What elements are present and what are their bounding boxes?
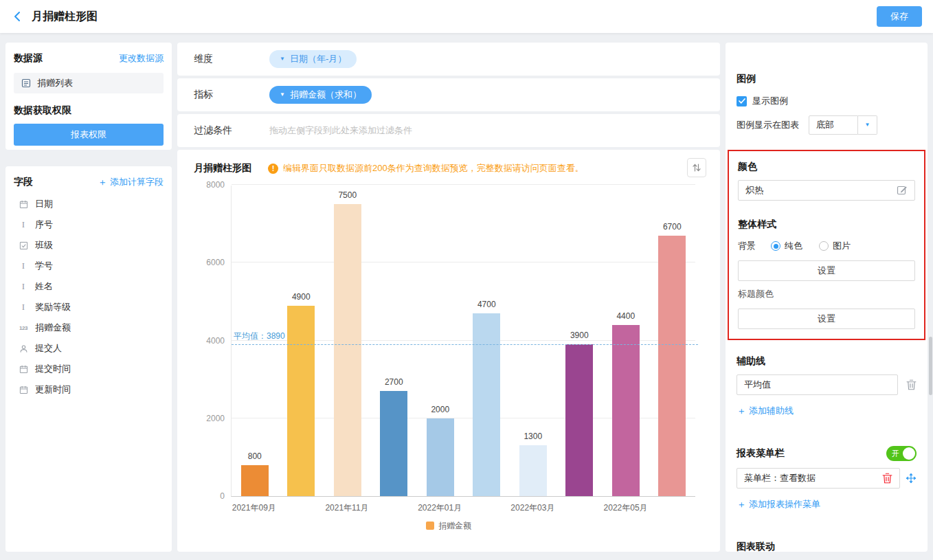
main-column: 维度 ▼ 日期（年-月） 指标 ▼ 捐赠金额（求和） 过滤条件 拖动左侧字段到此… xyxy=(177,43,720,552)
chart-card: 月捐赠柱形图 ! 编辑界面只取数据源前200条作为查询数据预览，完整数据请访问页… xyxy=(177,150,720,552)
calendar-icon xyxy=(18,365,29,374)
field-label: 捐赠金额 xyxy=(35,322,71,334)
field-label: 学号 xyxy=(35,260,53,272)
bar-value-label: 7500 xyxy=(324,190,371,200)
bar-value-label: 4400 xyxy=(603,311,649,321)
checkbox-checked-icon xyxy=(737,96,747,107)
metric-row: 指标 ▼ 捐赠金额（求和） xyxy=(177,78,720,111)
bg-image-radio[interactable]: 图片 xyxy=(819,240,851,252)
trash-icon xyxy=(906,379,917,390)
menu-toggle[interactable]: 开 xyxy=(886,446,917,461)
text-icon: I xyxy=(18,219,29,230)
save-button[interactable]: 保存 xyxy=(877,6,922,27)
scrollbar-thumb[interactable] xyxy=(929,337,932,395)
chevron-left-icon xyxy=(14,11,21,22)
dimension-pill[interactable]: ▼ 日期（年-月） xyxy=(269,50,357,68)
field-item[interactable]: 提交时间 xyxy=(14,359,164,379)
bar-2022年01月[interactable] xyxy=(427,418,454,496)
radio-unselected-icon xyxy=(819,241,829,251)
person-icon xyxy=(18,344,29,353)
delete-auxline-button[interactable] xyxy=(906,379,917,390)
legend-position-select[interactable]: 底部 ▼ xyxy=(809,115,877,135)
topbar: 月捐赠柱形图 保存 xyxy=(0,0,933,33)
sort-button[interactable] xyxy=(687,158,706,177)
bar-2021年12月[interactable] xyxy=(380,391,407,496)
field-item[interactable]: 班级 xyxy=(14,235,164,256)
field-label: 序号 xyxy=(35,219,53,231)
y-axis-tick-label: 8000 xyxy=(194,180,225,190)
field-item[interactable]: 提交人 xyxy=(14,338,164,359)
field-item[interactable]: 更新时间 xyxy=(14,379,164,400)
bar-value-label: 4700 xyxy=(463,300,510,309)
color-theme-input[interactable]: 炽热 xyxy=(738,180,915,201)
move-menu-item-handle[interactable] xyxy=(906,473,917,484)
filter-dropzone[interactable]: 拖动左侧字段到此处来添加过滤条件 xyxy=(269,124,412,137)
bar-2021年09月[interactable] xyxy=(241,465,269,496)
metric-pill[interactable]: ▼ 捐赠金额（求和） xyxy=(269,86,372,104)
bar-value-label: 3900 xyxy=(556,331,603,340)
caret-down-icon: ▼ xyxy=(865,122,870,128)
show-legend-checkbox[interactable]: 显示图例 xyxy=(737,95,917,107)
caret-down-icon: ▼ xyxy=(280,92,285,98)
preview-warning: ! 编辑界面只取数据源前200条作为查询数据预览，完整数据请访问页面查看。 xyxy=(268,162,584,175)
bar-2022年05月[interactable] xyxy=(612,325,640,496)
bar-2022年03月[interactable] xyxy=(519,445,547,496)
title-color-set-button[interactable]: 设置 xyxy=(738,309,915,329)
bar-2022年06月[interactable] xyxy=(658,236,686,496)
legend-section-title: 图例 xyxy=(737,73,917,85)
datasource-name: 捐赠列表 xyxy=(37,77,73,89)
auxline-section-title: 辅助线 xyxy=(737,355,917,368)
legend-item[interactable]: 捐赠金额 xyxy=(426,520,471,532)
dropdown-button[interactable]: ▼ xyxy=(858,115,877,135)
bar-value-label: 4900 xyxy=(278,292,324,302)
background-set-button[interactable]: 设置 xyxy=(738,260,915,281)
text-icon: I xyxy=(18,260,29,271)
calendar-icon xyxy=(18,385,29,394)
bar-2022年04月[interactable] xyxy=(565,344,593,496)
bg-solid-radio[interactable]: 纯色 xyxy=(771,240,802,252)
add-menu-action-link[interactable]: ＋ 添加报表操作菜单 xyxy=(737,498,820,511)
report-permission-button[interactable]: 报表权限 xyxy=(14,124,164,146)
metric-label: 指标 xyxy=(194,89,269,101)
average-reference-line xyxy=(232,344,698,345)
field-label: 姓名 xyxy=(35,280,53,293)
menu-section-title: 报表菜单栏 xyxy=(737,447,785,460)
legend-position-label: 图例显示在图表 xyxy=(737,119,799,131)
select-icon xyxy=(18,241,29,250)
warning-icon: ! xyxy=(268,164,278,174)
field-item[interactable]: 日期 xyxy=(14,194,164,214)
fields-card: 字段 ＋ 添加计算字段 日期I序号班级I学号I姓名I奖励等级123捐赠金额提交人… xyxy=(5,166,172,552)
field-item[interactable]: I奖励等级 xyxy=(14,297,164,317)
datasource-item[interactable]: 捐赠列表 xyxy=(14,73,164,93)
delete-menu-item-button[interactable] xyxy=(882,473,892,484)
settings-panel: 图例 显示图例 图例显示在图表 底部 ▼ 颜色 炽热 xyxy=(726,43,928,552)
plus-icon: ＋ xyxy=(737,500,746,509)
style-section-title: 整体样式 xyxy=(738,219,915,231)
change-datasource-link[interactable]: 更改数据源 xyxy=(119,52,164,65)
edit-icon[interactable] xyxy=(897,185,908,196)
back-button[interactable] xyxy=(14,11,21,22)
calendar-icon xyxy=(18,200,29,209)
field-item[interactable]: 123捐赠金额 xyxy=(14,317,164,338)
legend-label: 捐赠金额 xyxy=(438,520,471,532)
bar-2021年10月[interactable] xyxy=(287,306,315,496)
y-axis-tick-label: 4000 xyxy=(194,336,225,346)
x-axis-tick-label: 2022年03月 xyxy=(510,502,554,514)
y-axis-tick-label: 6000 xyxy=(194,258,225,267)
x-axis-tick-label: 2021年09月 xyxy=(232,502,276,514)
plus-icon: ＋ xyxy=(737,406,746,416)
auxline-input[interactable]: 平均值 xyxy=(737,374,898,395)
field-item[interactable]: I学号 xyxy=(14,256,164,276)
y-axis-tick-label: 2000 xyxy=(194,414,225,423)
add-calc-field-link[interactable]: ＋ 添加计算字段 xyxy=(98,176,164,188)
bar-2022年02月[interactable] xyxy=(473,313,500,496)
field-item[interactable]: I姓名 xyxy=(14,276,164,297)
bar-2021年11月[interactable] xyxy=(334,204,361,496)
add-auxline-link[interactable]: ＋ 添加辅助线 xyxy=(737,405,794,417)
field-item[interactable]: I序号 xyxy=(14,214,164,235)
y-axis-tick-label: 0 xyxy=(194,491,225,501)
menu-item[interactable]: 菜单栏：查看数据 xyxy=(737,468,900,489)
x-axis-labels: 2021年09月2021年11月2022年01月2022年03月2022年05月 xyxy=(231,497,695,513)
field-label: 提交时间 xyxy=(35,363,71,375)
form-list-icon xyxy=(21,78,32,88)
